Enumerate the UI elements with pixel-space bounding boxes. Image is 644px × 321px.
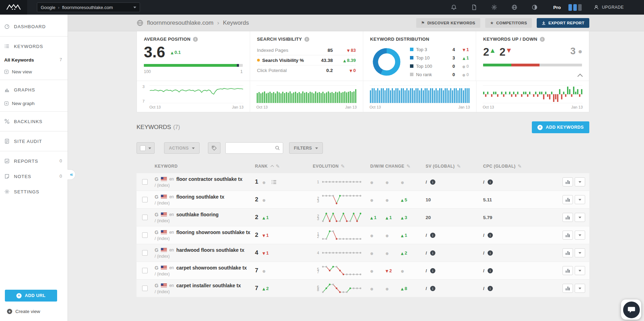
row-graph-button[interactable] xyxy=(562,195,573,204)
table-row[interactable]: G en carpet installer southlake tx / (in… xyxy=(137,280,589,297)
keyword-text[interactable]: floor contractor southlake tx xyxy=(176,176,242,182)
info-icon[interactable] xyxy=(430,233,435,238)
row-checkbox[interactable] xyxy=(142,197,148,202)
keyword-text[interactable]: carpet installer southlake tx xyxy=(176,283,241,288)
breadcrumb-site[interactable]: floornmoresouthlake.com xyxy=(147,19,214,26)
row-graph-button[interactable] xyxy=(562,177,573,186)
edit-column-icon[interactable]: ✎ xyxy=(457,163,461,169)
info-icon[interactable] xyxy=(540,37,545,42)
column-header-dwm-change[interactable]: D/W/M CHANGE ✎ xyxy=(370,163,426,169)
info-icon[interactable] xyxy=(488,268,493,273)
add-keywords-button[interactable]: + ADD KEYWORDS xyxy=(532,121,589,133)
info-icon[interactable] xyxy=(430,250,435,256)
column-header-cpc-global[interactable]: CPC (GLOBAL) ✎ xyxy=(483,163,556,169)
row-checkbox[interactable] xyxy=(142,179,148,185)
sidebar-item-backlinks[interactable]: BACKLINKS xyxy=(0,114,68,129)
row-checkbox[interactable] xyxy=(142,268,148,273)
row-graph-button[interactable] xyxy=(562,213,573,222)
row-checkbox[interactable] xyxy=(142,286,148,291)
keyword-text[interactable]: carpet showroom southlake tx xyxy=(176,265,247,271)
actions-dropdown[interactable]: ACTIONS xyxy=(164,142,200,154)
app-logo[interactable] xyxy=(0,0,27,15)
row-checkbox[interactable] xyxy=(142,215,148,220)
serp-preview-icon[interactable] xyxy=(271,180,277,184)
keyword-text[interactable]: hardwood floors southlake tx xyxy=(176,247,244,253)
table-row[interactable]: G en flooring showroom southlake tx / (i… xyxy=(137,226,589,244)
select-all-checkbox[interactable] xyxy=(140,145,146,151)
table-row[interactable]: G en southlake flooring / (index) 2 1 2 … xyxy=(137,209,589,226)
info-icon[interactable] xyxy=(304,37,309,42)
settings-gear-icon[interactable] xyxy=(491,4,497,10)
keyword-text[interactable]: flooring southlake tx xyxy=(176,194,224,200)
table-row[interactable]: G en hardwood floors southlake tx / (ind… xyxy=(137,244,589,262)
row-menu-button[interactable] xyxy=(575,248,585,257)
sidebar-item-new-graph[interactable]: New graph xyxy=(0,97,68,109)
info-icon[interactable] xyxy=(488,233,493,238)
sidebar-item-new-view[interactable]: New view xyxy=(0,66,68,78)
row-graph-button[interactable] xyxy=(562,248,573,257)
metric-row-click-potential[interactable]: Click Potential 0.2 0 xyxy=(257,65,356,75)
row-menu-button[interactable] xyxy=(575,177,585,186)
competitors-button[interactable]: ★ COMPETITORS xyxy=(485,18,532,28)
info-icon[interactable] xyxy=(488,286,493,291)
row-menu-button[interactable] xyxy=(575,213,585,222)
sidebar-item-settings[interactable]: SETTINGS xyxy=(0,184,68,199)
sidebar-item-reports[interactable]: REPORTS 0 xyxy=(0,153,68,169)
usage-meter[interactable] xyxy=(568,4,582,11)
sidebar-item-graphs[interactable]: GRAPHS xyxy=(0,82,68,97)
contrast-icon[interactable] xyxy=(532,4,538,10)
table-row[interactable]: G en carpet showroom southlake tx / (ind… xyxy=(137,262,589,280)
stats-collapse-button[interactable] xyxy=(577,73,583,80)
filters-dropdown[interactable]: FILTERS xyxy=(289,142,323,154)
globe-icon[interactable] xyxy=(511,4,518,10)
keyword-text[interactable]: southlake flooring xyxy=(176,212,218,217)
discover-keywords-button[interactable]: ⚑ DISCOVER KEYWORDS xyxy=(416,18,480,28)
column-header-evolution[interactable]: EVOLUTION ✎ xyxy=(313,163,370,169)
sidebar-item-dashboard[interactable]: DASHBOARD xyxy=(0,19,68,34)
select-all-dropdown[interactable] xyxy=(137,142,155,154)
sidebar-item-all-keywords[interactable]: All Keywords 7 xyxy=(0,54,68,66)
row-menu-button[interactable] xyxy=(575,195,585,204)
metric-row-indexed-pages[interactable]: Indexed Pages 85 83 xyxy=(257,45,356,55)
edit-column-icon[interactable]: ✎ xyxy=(341,163,345,169)
info-icon[interactable] xyxy=(430,179,435,185)
row-checkbox[interactable] xyxy=(142,232,148,238)
table-row[interactable]: G en floor contractor southlake tx / (in… xyxy=(137,173,589,191)
info-icon[interactable] xyxy=(193,37,198,42)
info-icon[interactable] xyxy=(488,250,493,256)
row-menu-button[interactable] xyxy=(575,266,585,275)
search-icon[interactable] xyxy=(275,145,280,151)
row-graph-button[interactable] xyxy=(562,231,573,240)
row-menu-button[interactable] xyxy=(575,284,585,293)
add-url-button[interactable]: + ADD URL xyxy=(5,290,57,302)
sidebar-item-notes[interactable]: NOTES 0 xyxy=(0,169,68,184)
sidebar-item-site-audit[interactable]: SITE AUDIT xyxy=(0,134,68,149)
column-header-keyword[interactable]: KEYWORD xyxy=(155,164,255,169)
site-selector-dropdown[interactable]: Google › floornmoresouthlake.com xyxy=(37,2,140,12)
edit-column-icon[interactable]: ✎ xyxy=(518,163,522,169)
create-view-button[interactable]: + Create view xyxy=(7,309,40,314)
edit-column-icon[interactable]: ✎ xyxy=(406,163,411,169)
column-header-rank[interactable]: RANK ✎ xyxy=(255,163,313,169)
column-header-sv-global[interactable]: SV (GLOBAL) ✎ xyxy=(426,163,483,169)
table-row[interactable]: G en flooring southlake tx / (index) 2 2… xyxy=(137,191,589,209)
row-graph-button[interactable] xyxy=(562,266,573,275)
notifications-bell-icon[interactable] xyxy=(451,4,457,10)
info-icon[interactable] xyxy=(430,268,435,273)
sidebar-item-keywords[interactable]: KEYWORDS xyxy=(0,39,68,54)
row-menu-button[interactable] xyxy=(575,231,585,240)
info-icon[interactable] xyxy=(430,286,435,291)
row-graph-button[interactable] xyxy=(562,284,573,293)
tags-button[interactable] xyxy=(208,142,220,154)
edit-column-icon[interactable]: ✎ xyxy=(276,163,280,169)
search-input[interactable] xyxy=(228,145,275,151)
keyword-text[interactable]: flooring showroom southlake tx xyxy=(176,230,250,235)
chat-widget[interactable] xyxy=(621,299,641,320)
upgrade-button[interactable]: UPGRADE xyxy=(593,5,624,10)
row-checkbox[interactable] xyxy=(142,250,148,256)
export-report-button[interactable]: EXPORT REPORT xyxy=(537,18,589,28)
info-icon[interactable] xyxy=(488,179,493,185)
metric-row-search-visibility[interactable]: Search Visibility % 43.38 8.39 xyxy=(257,55,356,65)
reports-file-icon[interactable] xyxy=(471,4,477,10)
chat-bubble-button[interactable] xyxy=(623,302,640,318)
